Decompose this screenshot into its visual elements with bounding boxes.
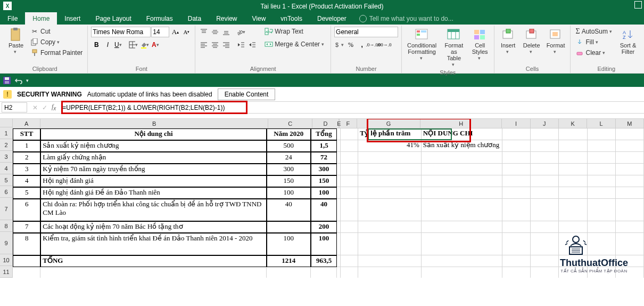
row-2[interactable]: 2 (0, 139, 13, 151)
cell[interactable] (588, 164, 616, 175)
tab-review[interactable]: Review (209, 12, 244, 25)
increase-font-button[interactable]: A▴ (170, 27, 180, 37)
cell[interactable] (559, 140, 587, 152)
cell[interactable]: STT (13, 128, 40, 140)
cell[interactable]: 1 (13, 140, 40, 152)
undo-button[interactable] (14, 76, 23, 85)
wrap-text-button[interactable]: abWrap Text (263, 27, 327, 36)
font-size-select[interactable] (151, 27, 169, 37)
cell[interactable] (588, 128, 616, 140)
cell[interactable] (358, 164, 422, 175)
tab-home[interactable]: Home (25, 12, 57, 25)
cell[interactable]: Kiểm tra, giám sát tình hình triển khai … (40, 233, 267, 255)
cell[interactable] (341, 199, 358, 221)
cell[interactable]: 100 (311, 233, 337, 255)
cell[interactable]: 3 (13, 164, 40, 175)
cell[interactable] (502, 233, 531, 255)
cell[interactable] (502, 199, 531, 221)
row-11[interactable]: 11 (0, 266, 13, 278)
cell[interactable] (588, 221, 616, 233)
cell[interactable]: 200 (311, 221, 337, 233)
increase-indent-button[interactable] (247, 39, 258, 50)
cell[interactable] (341, 221, 358, 233)
col-I[interactable]: I (502, 119, 530, 128)
cell[interactable] (588, 140, 616, 152)
enable-content-button[interactable]: Enable Content (218, 88, 276, 100)
row-5[interactable]: 5 (0, 174, 13, 186)
tab-insert[interactable]: Insert (57, 12, 88, 25)
cell[interactable] (422, 255, 502, 267)
align-left-button[interactable] (199, 39, 209, 50)
font-name-select[interactable] (91, 27, 151, 37)
cell[interactable]: 40 (267, 199, 311, 221)
fx-icon[interactable]: fx (52, 103, 56, 111)
cell[interactable]: 100 (267, 187, 311, 199)
col-H[interactable]: H (420, 119, 502, 128)
col-F[interactable]: F (340, 119, 357, 128)
cell[interactable] (559, 128, 587, 140)
cell[interactable] (422, 221, 502, 233)
cell[interactable] (588, 152, 616, 164)
row-7[interactable]: 7 (0, 198, 13, 220)
cell[interactable] (588, 187, 616, 199)
cell[interactable]: Hội nghị đánh giá (40, 175, 267, 187)
cell[interactable]: Sản xuất kỷ niệm chương (422, 140, 502, 152)
border-button[interactable]: ▾ (128, 39, 139, 50)
cell[interactable] (13, 255, 40, 267)
cell[interactable] (616, 152, 644, 164)
percent-button[interactable]: % (345, 39, 356, 50)
cell[interactable] (358, 233, 422, 255)
cell[interactable] (502, 187, 531, 199)
cell[interactable] (531, 187, 559, 199)
cell[interactable] (559, 221, 587, 233)
qat-dropdown[interactable]: ▾ (26, 78, 30, 83)
autosum-button[interactable]: ΣAutoSum▾ (574, 27, 615, 36)
format-as-table-button[interactable]: Format as Table▾ (441, 27, 467, 68)
tab-formulas[interactable]: Formulas (139, 12, 180, 25)
ribbon-options-icon[interactable] (634, 1, 642, 9)
cell[interactable] (358, 175, 422, 187)
col-M[interactable]: M (616, 119, 644, 128)
cell[interactable] (13, 267, 40, 278)
cell[interactable]: 2 (13, 152, 40, 164)
cell[interactable] (337, 233, 341, 255)
col-L[interactable]: L (587, 119, 615, 128)
cell[interactable]: TỔNG (40, 255, 267, 267)
cell[interactable] (337, 128, 341, 140)
row-8[interactable]: 8 (0, 220, 13, 232)
cell[interactable] (358, 267, 422, 278)
cell[interactable] (422, 164, 502, 175)
cell[interactable] (502, 152, 531, 164)
align-middle-button[interactable] (210, 27, 220, 37)
tab-data[interactable]: Data (180, 12, 209, 25)
col-C[interactable]: C (268, 119, 312, 128)
cell[interactable] (559, 164, 587, 175)
cell[interactable] (422, 152, 502, 164)
col-G[interactable]: G (357, 119, 420, 128)
cell[interactable]: 1214 (267, 255, 311, 267)
col-D[interactable]: D (312, 119, 338, 128)
row-10[interactable]: 10 (0, 254, 13, 266)
cell[interactable] (531, 199, 559, 221)
cell[interactable] (267, 221, 311, 233)
insert-cells-button[interactable]: Insert▾ (498, 27, 519, 55)
cell[interactable] (502, 128, 531, 140)
cell[interactable] (588, 199, 616, 221)
cell[interactable] (502, 221, 531, 233)
cell[interactable] (341, 187, 358, 199)
cell[interactable]: 40 (311, 199, 337, 221)
tab-developer[interactable]: Developer (310, 12, 354, 25)
fill-color-button[interactable]: ▾ (139, 39, 150, 50)
cell[interactable] (311, 267, 337, 278)
cell[interactable] (531, 267, 559, 278)
cell[interactable]: Tổng (311, 128, 337, 140)
cell[interactable] (337, 175, 341, 187)
cell[interactable] (616, 140, 644, 152)
cell[interactable] (616, 164, 644, 175)
tab-vntools[interactable]: vnTools (273, 12, 310, 25)
align-bottom-button[interactable] (221, 27, 232, 37)
cell[interactable] (341, 152, 358, 164)
tell-me[interactable]: Tell me what you want to do... (354, 12, 459, 25)
decrease-decimal-button[interactable]: .00→.0 (379, 39, 390, 50)
cell[interactable]: 72 (311, 152, 337, 164)
